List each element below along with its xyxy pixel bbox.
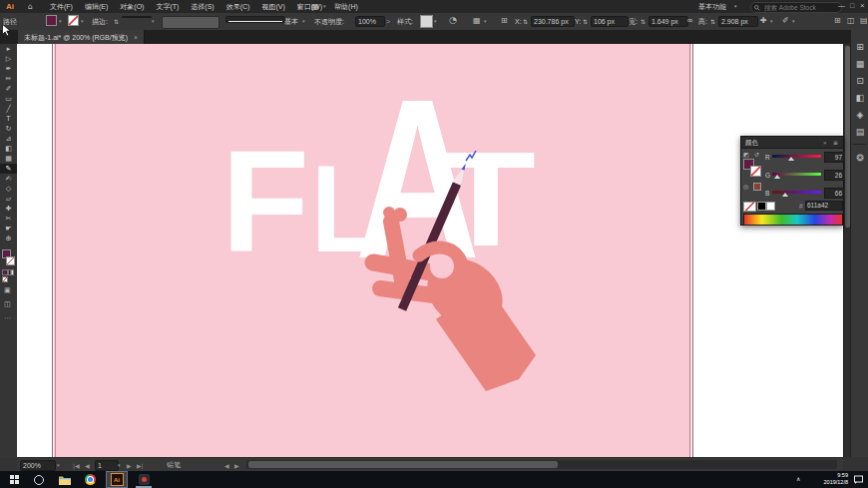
style-swatch[interactable] [420,15,433,28]
canvas[interactable]: F L A T [17,44,843,457]
menu-item[interactable]: 文字(T) [150,0,185,13]
cortana-button[interactable] [32,473,45,486]
workspace-chevron-icon[interactable]: ▾ [734,1,737,12]
artboard-number-input[interactable]: 1 [95,460,119,471]
zoom-level-input[interactable]: 200% [20,460,56,471]
next-artboard-icon[interactable]: ▶ [127,460,132,471]
paintbrush-tool[interactable]: ✐ [0,84,17,94]
artboard-chevron-icon[interactable]: ▾ [118,460,121,471]
none-swatch[interactable] [743,202,756,212]
color-panel-icon[interactable]: ❂ [851,149,868,166]
artboard-canvas[interactable]: F L A T [54,44,691,457]
brush-definition-preview[interactable] [225,16,285,23]
action-center-button[interactable] [852,473,864,486]
screen-mode-icon[interactable]: ◫ [4,299,11,310]
blue-value-input[interactable]: 66 [824,188,844,199]
pen-tool[interactable]: ✒ [0,64,17,74]
opacity-input[interactable]: 100% [355,16,385,27]
gradient-mode-icon[interactable] [8,269,14,275]
first-artboard-icon[interactable]: |◀ [73,460,80,471]
green-value-input[interactable]: 26 [824,170,844,181]
restore-button[interactable]: □ [850,0,854,11]
symbols-panel[interactable]: ◈ [851,106,868,123]
white-swatch[interactable] [766,202,775,211]
panel-toggle-icon[interactable]: ◫ [847,15,855,26]
transform-each-icon[interactable]: ✚ [760,15,767,26]
drawing-mode-icon[interactable]: ▣ [4,285,11,296]
transform-each-chevron-icon[interactable]: ▾ [770,16,773,27]
menu-item[interactable]: 视图(V) [255,0,290,13]
red-slider[interactable] [772,155,821,158]
collapse-panel-icon[interactable]: » [823,137,827,148]
width-tool[interactable]: ◇ [0,184,17,194]
tray-chevron-icon[interactable]: ∧ [796,475,800,482]
start-button[interactable] [8,473,21,486]
recolor-artwork-icon[interactable]: ◔ [449,15,457,26]
width-profile-select[interactable] [162,16,219,29]
color-spectrum-bar[interactable] [743,214,843,226]
illustrator-logo[interactable]: Ai [6,0,14,13]
menu-item[interactable]: 文件(F) [44,0,79,13]
stroke-chevron-icon[interactable]: ▾ [81,16,84,27]
fill-chevron-icon[interactable]: ▾ [59,16,62,27]
green-slider-handle[interactable] [774,175,780,179]
scissors-tool[interactable]: ✂ [0,214,17,224]
workspace-switcher[interactable]: 基本功能 [698,1,726,12]
none-mode-icon[interactable] [2,276,8,282]
stock-search[interactable] [750,2,842,13]
gradient-tool[interactable]: ◧ [0,144,17,154]
x-stepper-icon[interactable]: ⇅ [523,16,528,27]
artboards-panel[interactable]: ▤ [851,123,868,140]
scale-tool[interactable]: ⊿ [0,134,17,144]
transform-reference-icon[interactable]: ⊞ [501,15,508,26]
transform-panel[interactable]: ⊞ [851,38,868,55]
hand-tool[interactable]: ☛ [0,224,17,234]
home-icon[interactable]: ⌂ [28,0,33,13]
arrange-documents-chevron-icon[interactable]: ▾ [323,0,326,13]
type-tool[interactable]: T [0,114,17,124]
pencil-tool[interactable]: ✎ [0,164,17,174]
x-input[interactable]: 230.786 px [531,16,575,27]
width-stepper-icon[interactable]: ⇅ [641,16,646,27]
close-button[interactable]: × [860,0,865,11]
menu-item[interactable]: 选择(S) [185,0,219,13]
black-swatch[interactable] [757,202,766,211]
arrange-documents-icon[interactable]: ▦ [311,0,319,13]
selection-options-icon[interactable]: ✐ [782,15,789,26]
free-transform-tool[interactable]: ▱ [0,194,17,204]
style-chevron-icon[interactable]: ▾ [434,16,437,27]
chrome-button[interactable] [84,473,97,486]
document-tab[interactable]: 未标题-1.ai* @ 200% (RGB/预览) × [18,30,145,44]
align-chevron-icon[interactable]: ▾ [484,16,487,27]
mesh-tool[interactable]: ▦ [0,154,17,164]
align-panel[interactable]: ▦ [851,55,868,72]
taskbar-clock[interactable]: 9:59 2019/12/8 [806,472,848,486]
zoom-chevron-icon[interactable]: ▾ [57,460,60,471]
rotate-tool[interactable]: ↻ [0,124,17,134]
menu-item[interactable]: 对象(O) [114,0,150,13]
link-dimensions-icon[interactable]: ∞ [686,15,693,26]
stroke-color-swatch[interactable] [68,15,79,26]
shaper-tool[interactable]: ✍ [0,174,17,184]
properties-toggle-icon[interactable]: ⊞ [834,15,841,26]
stroke-weight-chevron-icon[interactable]: ▾ [152,16,155,27]
direct-selection-tool[interactable]: ▷ [0,54,17,64]
height-stepper-icon[interactable]: ⇅ [710,16,715,27]
hex-input[interactable]: 611a42 [805,201,843,211]
red-value-input[interactable]: 97 [824,152,844,163]
height-input[interactable]: 2.908 px [718,16,758,27]
horizontal-scrollbar-thumb[interactable] [248,461,558,468]
menu-item[interactable]: 帮助(H) [328,0,364,13]
file-explorer-button[interactable] [58,473,71,486]
toolbar-stroke-swatch[interactable] [6,256,15,265]
rectangle-tool[interactable]: ▭ [0,94,17,104]
panel-menu-icon[interactable]: ≡ [833,137,838,148]
search-input[interactable] [762,3,836,12]
stroke-weight-input[interactable] [122,16,152,18]
gradient-panel[interactable]: ◧ [851,89,868,106]
menu-item[interactable]: 编辑(E) [79,0,114,13]
last-artboard-icon[interactable]: ▶| [137,460,144,471]
zoom-tool[interactable]: ⊕ [0,234,17,244]
blue-slider[interactable] [772,191,821,194]
scroll-left-icon[interactable]: ◀ [224,460,229,471]
